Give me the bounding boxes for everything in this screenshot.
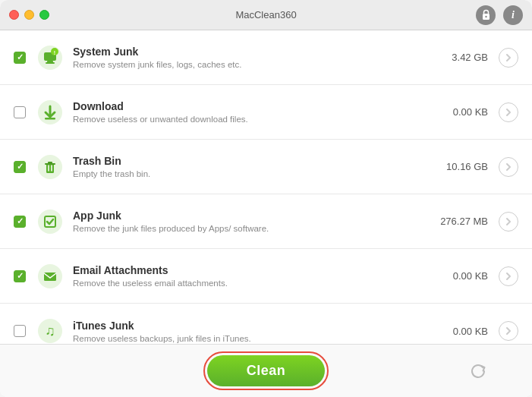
item-desc-download: Remove useless or unwanted download file… [73,115,427,124]
item-arrow-trash-bin[interactable] [499,157,518,177]
item-text-system-junk: System Junk Remove system junk files, lo… [73,46,427,69]
item-size-system-junk: 3.42 GB [427,52,488,63]
checkbox-area-trash-bin [14,161,26,173]
checkbox-area-download [14,106,26,118]
app-title: MacClean360 [235,9,296,20]
item-arrow-email-attachments[interactable] [499,266,518,286]
clean-button-wrapper: Clean [203,351,329,390]
item-desc-app-junk: Remove the junk files produced by Apps/ … [73,224,427,233]
item-title-email-attachments: Email Attachments [73,264,427,276]
lock-button[interactable] [476,5,496,25]
title-icons: i [476,5,523,25]
item-arrow-itunes-junk[interactable] [499,321,518,341]
item-text-download: Download Remove useless or unwanted down… [73,100,427,124]
item-title-app-junk: App Junk [73,210,427,222]
refresh-icon[interactable] [470,363,486,380]
svg-rect-5 [46,62,55,64]
checkbox-area-system-junk [14,52,26,64]
item-text-app-junk: App Junk Remove the junk files produced … [73,210,427,233]
item-title-download: Download [73,100,427,112]
icon-app-junk [36,208,64,235]
item-size-itunes-junk: 0.00 KB [427,326,488,337]
item-desc-system-junk: Remove system junk files, logs, caches e… [73,60,427,69]
checkbox-area-app-junk [14,216,26,228]
checkbox-itunes-junk[interactable] [14,325,26,337]
item-size-email-attachments: 0.00 KB [427,270,488,282]
checkbox-email-attachments[interactable] [14,270,26,282]
checkbox-download[interactable] [14,106,26,118]
item-arrow-download[interactable] [499,102,518,122]
svg-rect-19 [44,273,56,281]
item-arrow-app-junk[interactable] [499,212,518,232]
checkbox-app-junk[interactable] [14,216,26,228]
icon-itunes-junk: ♫ [36,317,64,344]
maximize-button[interactable] [39,10,49,20]
checkbox-system-junk[interactable] [14,52,26,64]
list-item-system-junk: ! System Junk Remove system junk files, … [0,30,532,85]
minimize-button[interactable] [24,10,34,20]
item-text-trash-bin: Trash Bin Empty the trash bin. [73,155,427,178]
svg-rect-9 [45,118,55,120]
item-title-system-junk: System Junk [73,46,427,58]
list-item-trash-bin: Trash Bin Empty the trash bin. 10.16 GB [0,140,532,194]
svg-text:♫: ♫ [45,323,55,339]
item-size-trash-bin: 10.16 GB [427,161,488,172]
item-text-email-attachments: Email Attachments Remove the useless ema… [73,264,427,288]
clean-button[interactable]: Clean [207,355,326,386]
icon-trash-bin [36,153,64,181]
list-item-app-junk: App Junk Remove the junk files produced … [0,194,532,249]
checkbox-area-itunes-junk [14,325,26,337]
item-desc-itunes-junk: Remove useless backups, junk files in iT… [73,334,427,343]
item-text-itunes-junk: iTunes Junk Remove useless backups, junk… [73,320,427,343]
checkbox-area-email-attachments [14,270,26,282]
item-desc-trash-bin: Empty the trash bin. [73,169,427,178]
svg-text:!: ! [54,49,55,55]
title-bar: MacClean360 i [0,0,532,30]
list-item-download: Download Remove useless or unwanted down… [0,85,532,140]
item-desc-email-attachments: Remove the useless email attachments. [73,279,427,288]
svg-point-1 [485,16,486,17]
item-arrow-system-junk[interactable] [499,48,518,68]
checkbox-trash-bin[interactable] [14,161,26,173]
icon-download [36,99,64,126]
icon-email-attachments [36,263,64,290]
list-item-itunes-junk: ♫ iTunes Junk Remove useless backups, ju… [0,304,532,344]
list-item-email-attachments: Email Attachments Remove the useless ema… [0,249,532,304]
item-size-app-junk: 276.27 MB [427,216,488,227]
svg-rect-11 [46,164,54,173]
item-title-itunes-junk: iTunes Junk [73,320,427,332]
close-button[interactable] [9,10,19,20]
main-content: ! System Junk Remove system junk files, … [0,30,532,397]
svg-rect-13 [48,162,52,164]
item-size-download: 0.00 KB [427,106,488,118]
footer: Clean [0,344,532,397]
icon-system-junk: ! [36,44,64,71]
items-list: ! System Junk Remove system junk files, … [0,30,532,344]
info-button[interactable]: i [503,5,523,25]
item-title-trash-bin: Trash Bin [73,155,427,167]
traffic-lights [9,10,49,20]
